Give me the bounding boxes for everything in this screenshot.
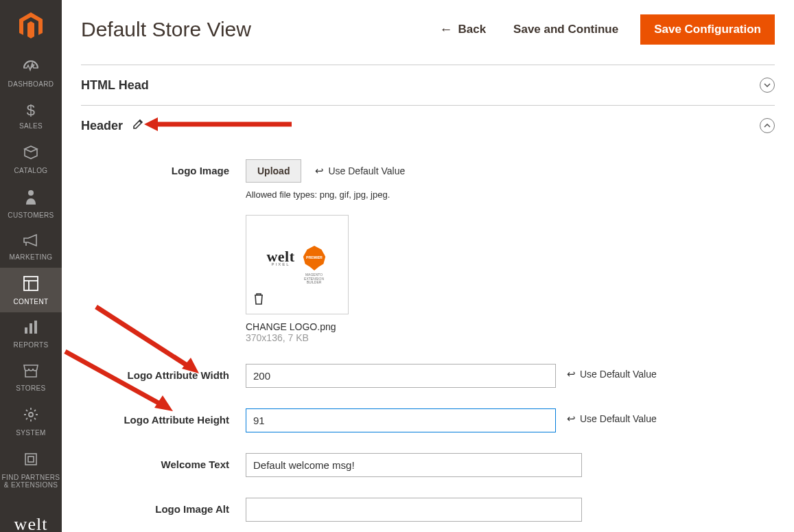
megaphone-icon: [23, 234, 39, 249]
row-logo-height: Logo Attribute Height ↩ Use Default Valu…: [81, 408, 775, 432]
badge-caption: MAGENTO EXTENSION BUILDER: [297, 273, 331, 285]
sidebar-label: STORES: [16, 384, 45, 392]
section-title: Header: [81, 119, 123, 133]
welt-logo-text: welt: [14, 514, 48, 532]
undo-icon: ↩: [315, 165, 324, 177]
svg-rect-10: [28, 456, 34, 462]
use-default-width[interactable]: ↩ Use Default Value: [567, 368, 657, 380]
header-form: Logo Image Upload ↩ Use Default Value Al…: [62, 146, 794, 532]
sidebar-label: FIND PARTNERS & EXTENSIONS: [1, 474, 60, 489]
save-continue-button[interactable]: Save and Continue: [500, 14, 632, 45]
sidebar-item-catalog[interactable]: CATALOG: [0, 137, 62, 181]
partners-icon: [23, 452, 38, 470]
svg-point-1: [28, 190, 34, 196]
row-logo-width: Logo Attribute Width ↩ Use Default Value: [81, 364, 775, 388]
save-configuration-button[interactable]: Save Configuration: [640, 14, 775, 45]
sidebar-label: SYSTEM: [16, 429, 46, 437]
svg-rect-5: [25, 327, 27, 334]
sidebar-item-content[interactable]: CONTENT: [0, 268, 62, 312]
back-label: Back: [458, 23, 486, 36]
image-dimensions: 370x136, 7 KB: [246, 332, 556, 343]
arrow-left-icon: ←: [439, 22, 452, 37]
trash-icon[interactable]: [253, 292, 264, 308]
logo-width-input[interactable]: [246, 364, 556, 388]
content-icon: [23, 276, 38, 294]
file-types-hint: Allowed file types: png, gif, jpg, jpeg.: [246, 189, 556, 200]
row-logo-image: Logo Image Upload ↩ Use Default Value Al…: [81, 159, 775, 343]
use-default-label: Use Default Value: [328, 165, 405, 176]
pencil-icon[interactable]: [132, 119, 143, 132]
label-logo-height: Logo Attribute Height: [81, 408, 246, 426]
dashboard-icon: [23, 60, 39, 76]
use-default-label: Use Default Value: [580, 369, 657, 380]
dollar-icon: $: [27, 103, 36, 118]
sidebar-item-system[interactable]: SYSTEM: [0, 399, 62, 443]
sidebar-label: CUSTOMERS: [8, 211, 54, 219]
sidebar-item-partners[interactable]: FIND PARTNERS & EXTENSIONS: [0, 443, 62, 496]
sidebar-label: REPORTS: [14, 341, 49, 349]
svg-point-8: [29, 413, 33, 417]
undo-icon: ↩: [567, 368, 576, 380]
svg-rect-6: [30, 323, 32, 334]
stores-icon: [23, 364, 39, 380]
logo-height-input[interactable]: [246, 408, 556, 432]
section-title: HTML Head: [81, 78, 149, 93]
svg-rect-2: [24, 277, 38, 290]
label-welcome-text: Welcome Text: [81, 453, 246, 470]
magento-icon: [19, 12, 43, 40]
label-logo-image: Logo Image: [81, 159, 246, 176]
preview-logo-text: welt: [266, 250, 294, 264]
page-title: Default Store View: [81, 18, 251, 41]
reports-icon: [23, 321, 38, 337]
svg-text:PREMIER: PREMIER: [306, 255, 323, 259]
sidebar-label: CONTENT: [13, 298, 48, 305]
logo-alt-input[interactable]: [246, 498, 582, 522]
back-button[interactable]: ← Back: [425, 14, 500, 45]
image-preview: welt PIXEL PREMIER MAGENTO EXTENSION BUI…: [246, 215, 349, 314]
sidebar-item-marketing[interactable]: MARKETING: [0, 226, 62, 268]
label-logo-width: Logo Attribute Width: [81, 364, 246, 381]
sidebar-item-reports[interactable]: REPORTS: [0, 312, 62, 356]
use-default-label: Use Default Value: [580, 413, 657, 424]
row-logo-alt: Logo Image Alt: [81, 498, 775, 522]
sidebar-label: SALES: [19, 122, 43, 130]
svg-rect-7: [34, 321, 37, 334]
person-icon: [25, 189, 36, 207]
page-header: Default Store View ← Back Save and Conti…: [62, 0, 794, 65]
svg-rect-9: [25, 454, 36, 465]
gear-icon: [23, 407, 38, 425]
magento-logo[interactable]: [0, 0, 62, 51]
upload-button[interactable]: Upload: [246, 159, 301, 183]
save-continue-label: Save and Continue: [513, 23, 618, 36]
admin-sidebar: DASHBOARD $ SALES CATALOG CUSTOMERS MARK…: [0, 0, 62, 532]
sidebar-item-customers[interactable]: CUSTOMERS: [0, 181, 62, 226]
undo-icon: ↩: [567, 413, 576, 425]
sidebar-item-sales[interactable]: $ SALES: [0, 95, 62, 137]
welcome-text-input[interactable]: [246, 453, 582, 477]
sidebar-brand[interactable]: welt PIXEL: [0, 505, 62, 532]
section-header[interactable]: Header: [81, 105, 775, 146]
sidebar-label: CATALOG: [14, 167, 47, 174]
sidebar-item-dashboard[interactable]: DASHBOARD: [0, 51, 62, 95]
image-filename: CHANGE LOGO.png: [246, 321, 556, 332]
catalog-icon: [23, 145, 38, 163]
sidebar-item-stores[interactable]: STORES: [0, 356, 62, 399]
use-default-height[interactable]: ↩ Use Default Value: [567, 413, 657, 425]
row-welcome-text: Welcome Text: [81, 453, 775, 477]
sidebar-label: MARKETING: [9, 253, 52, 261]
premier-badge-icon: PREMIER MAGENTO EXTENSION BUILDER: [301, 244, 328, 272]
chevron-down-icon[interactable]: [760, 78, 775, 93]
use-default-logo-image[interactable]: ↩ Use Default Value: [315, 165, 405, 177]
sidebar-label: DASHBOARD: [8, 80, 54, 88]
chevron-up-icon[interactable]: [760, 118, 775, 133]
label-logo-alt: Logo Image Alt: [81, 498, 246, 515]
section-html-head[interactable]: HTML Head: [81, 65, 775, 105]
main-content: Default Store View ← Back Save and Conti…: [62, 0, 794, 532]
